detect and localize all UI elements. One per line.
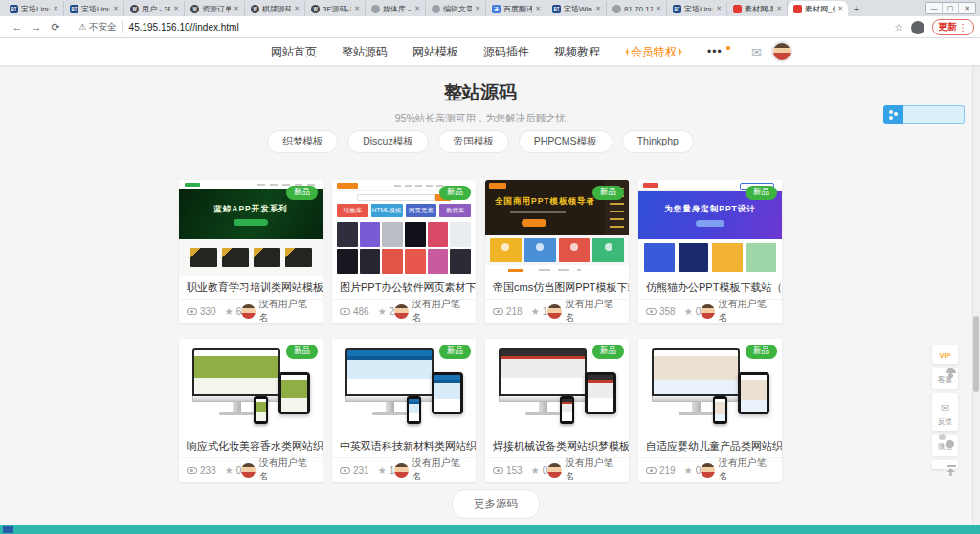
minimize-button[interactable]: — xyxy=(926,3,943,13)
card-author[interactable]: 没有用户笔名 xyxy=(701,298,774,324)
browser-tab[interactable]: W棋牌源码-✕ xyxy=(245,1,305,16)
nav-item-plugins[interactable]: 源码插件 xyxy=(483,44,529,60)
browser-profile-icon[interactable] xyxy=(911,21,924,34)
tab-close-icon[interactable]: ✕ xyxy=(53,5,58,12)
tab-close-icon[interactable]: ✕ xyxy=(234,5,239,12)
tab-close-icon[interactable]: ✕ xyxy=(656,5,661,12)
nav-more-menu[interactable]: ••• xyxy=(707,45,730,58)
filter-diguo[interactable]: 帝国模板 xyxy=(438,130,509,153)
user-avatar[interactable] xyxy=(771,41,792,62)
tab-close-icon[interactable]: ✕ xyxy=(414,5,420,12)
nav-item-home[interactable]: 网站首页 xyxy=(271,44,317,60)
chrome-update-button[interactable]: 更新⋮ xyxy=(932,19,975,35)
nav-item-templates[interactable]: 网站模板 xyxy=(412,44,458,60)
close-button[interactable]: ✕ xyxy=(959,3,975,13)
filter-thinkphp[interactable]: Thinkphp xyxy=(622,130,694,153)
card-author[interactable]: 没有用户笔名 xyxy=(701,456,774,483)
globe-favicon xyxy=(371,5,380,13)
source-card[interactable]: 新品 全国商用PPT模板领导者 帝国cms仿当图网PPT模板下载网站源码 218… xyxy=(485,180,629,323)
card-title[interactable]: 仿熊猫办公PPT模板下载站（带会员、 xyxy=(638,276,782,299)
phone-mockup xyxy=(713,396,727,424)
filter-phpcms[interactable]: PHPCMS模板 xyxy=(519,130,612,153)
wechat-button[interactable]: 微信 xyxy=(932,435,958,456)
card-title[interactable]: 自适应婴幼儿童产品类网站织梦模板 xyxy=(638,434,782,457)
card-author[interactable]: 没有用户笔名 xyxy=(547,456,621,483)
back-button[interactable]: ← xyxy=(8,21,27,33)
source-card[interactable]: 新品 为您量身定制PPT设计 仿熊猫办公PPT模板下载站（带会员、 358★0 … xyxy=(638,180,782,323)
browser-tab[interactable]: BT宝塔Linux✕ xyxy=(64,1,124,16)
more-source-button[interactable]: 更多源码 xyxy=(452,489,540,519)
phone-mockup xyxy=(254,396,268,424)
card-title[interactable]: 响应式化妆美容香水类网站织梦模板 xyxy=(179,434,323,457)
maximize-button[interactable]: ▢ xyxy=(943,3,959,13)
source-card[interactable]: 新品 自适应婴幼儿童产品类网站织梦模板 219★0 没有用户笔名 xyxy=(638,339,782,482)
card-title[interactable]: 图片PPT办公软件网页素材下载站平台 xyxy=(332,276,476,299)
browser-tab[interactable]: 81.70.179.✕ xyxy=(607,1,667,16)
customer-service-button[interactable]: 客服 xyxy=(932,368,958,389)
tab-close-icon[interactable]: ✕ xyxy=(837,5,843,12)
source-card[interactable]: 新品 特效库 HTML模板 网页元素 教程库 图片PPT办公软件网页素材下载站平… xyxy=(332,180,476,323)
card-author[interactable]: 没有用户笔名 xyxy=(394,456,468,483)
browser-tab[interactable]: BT宝塔Linu✕ xyxy=(667,1,727,16)
page-scrollbar-track[interactable] xyxy=(972,38,980,525)
url-box[interactable]: ⚠ 不安全 45.195.156.10//index.html xyxy=(71,19,889,34)
browser-tab[interactable]: W资源订单 -✕ xyxy=(185,1,245,16)
card-author[interactable]: 没有用户笔名 xyxy=(241,456,315,483)
kebab-menu-icon[interactable]: ⋮ xyxy=(959,22,969,33)
mail-icon[interactable]: ✉ xyxy=(751,45,762,59)
flame-icon xyxy=(625,48,629,56)
browser-tab-active[interactable]: 素材网_优✕ xyxy=(788,1,848,16)
browser-tab[interactable]: W3E源码-精✕ xyxy=(305,1,366,16)
download-widget[interactable] xyxy=(883,105,965,124)
phone-mockup xyxy=(560,396,574,424)
card-title[interactable]: 帝国cms仿当图网PPT模板下载网站源码 xyxy=(485,276,629,299)
feedback-button[interactable]: ✉反馈 xyxy=(932,393,958,431)
tab-close-icon[interactable]: ✕ xyxy=(354,5,360,12)
card-author[interactable]: 没有用户笔名 xyxy=(394,298,468,324)
card-author[interactable]: 没有用户笔名 xyxy=(547,298,621,324)
card-author[interactable]: 没有用户笔名 xyxy=(241,298,315,324)
card-title[interactable]: 中英双语科技新材料类网站织梦模板 xyxy=(332,434,476,457)
browser-tab[interactable]: W用户 - 3E源✕ xyxy=(124,1,185,16)
notification-dot xyxy=(726,46,730,50)
source-card[interactable]: 新品 响应式化妆美容香水类网站织梦模板 233★0 没有用户笔名 xyxy=(179,339,323,482)
new-tab-button[interactable]: + xyxy=(848,2,865,16)
reload-button[interactable]: ⟳ xyxy=(46,21,65,33)
card-title[interactable]: 职业教育学习培训类网站模板（带手 xyxy=(179,276,323,299)
baota-favicon: BT xyxy=(10,5,18,13)
tab-close-icon[interactable]: ✕ xyxy=(716,5,722,12)
tab-close-icon[interactable]: ✕ xyxy=(294,5,300,12)
security-label[interactable]: 不安全 xyxy=(89,21,123,33)
source-card[interactable]: 新品 中英双语科技新材料类网站织梦模板 231★1 没有用户笔名 xyxy=(332,339,476,482)
taskbar-app-icon[interactable] xyxy=(3,526,13,533)
author-avatar xyxy=(241,463,256,478)
back-to-top-button[interactable] xyxy=(932,460,958,469)
nav-item-video[interactable]: 视频教程 xyxy=(554,44,600,60)
browser-tab[interactable]: 编辑文章✕ xyxy=(426,1,486,16)
os-taskbar[interactable] xyxy=(0,525,980,534)
source-card[interactable]: 新品 蓝鲸APP开发系列 职业教育学习培训类网站模板（带手 330★6 没有用户… xyxy=(179,180,323,323)
browser-tab[interactable]: 素材网-网✕ xyxy=(727,1,788,16)
browser-tab[interactable]: BT宝塔Linux✕ xyxy=(4,1,64,16)
nav-item-source[interactable]: 整站源码 xyxy=(342,44,388,60)
browser-tab[interactable]: 媒体库 - 素✕ xyxy=(366,1,426,16)
card-title[interactable]: 焊接机械设备类网站织梦模板(带手机 xyxy=(485,434,629,457)
tab-close-icon[interactable]: ✕ xyxy=(535,5,541,12)
tab-close-icon[interactable]: ✕ xyxy=(595,5,601,12)
nav-item-vip[interactable]: 会员特权 xyxy=(625,44,682,60)
url-text[interactable]: 45.195.156.10//index.html xyxy=(129,22,239,33)
source-card[interactable]: 新品 焊接机械设备类网站织梦模板(带手机 153★0 没有用户笔名 xyxy=(485,339,629,482)
tab-close-icon[interactable]: ✕ xyxy=(475,5,480,12)
filter-zhimeng[interactable]: 织梦模板 xyxy=(267,130,338,153)
vip-button[interactable]: VIP xyxy=(932,345,958,364)
tab-close-icon[interactable]: ✕ xyxy=(776,5,782,12)
bookmark-star-icon[interactable]: ☆ xyxy=(895,22,903,33)
tab-close-icon[interactable]: ✕ xyxy=(173,5,179,12)
browser-tab[interactable]: 译百度翻译-2✕ xyxy=(486,1,546,16)
tab-close-icon[interactable]: ✕ xyxy=(113,5,119,12)
forward-button[interactable]: → xyxy=(27,21,46,33)
filter-discuz[interactable]: Discuz模板 xyxy=(347,130,429,153)
browser-tab[interactable]: BT宝塔Wind✕ xyxy=(546,1,607,16)
views-icon xyxy=(340,467,350,474)
page-scrollbar-thumb[interactable] xyxy=(973,316,979,392)
